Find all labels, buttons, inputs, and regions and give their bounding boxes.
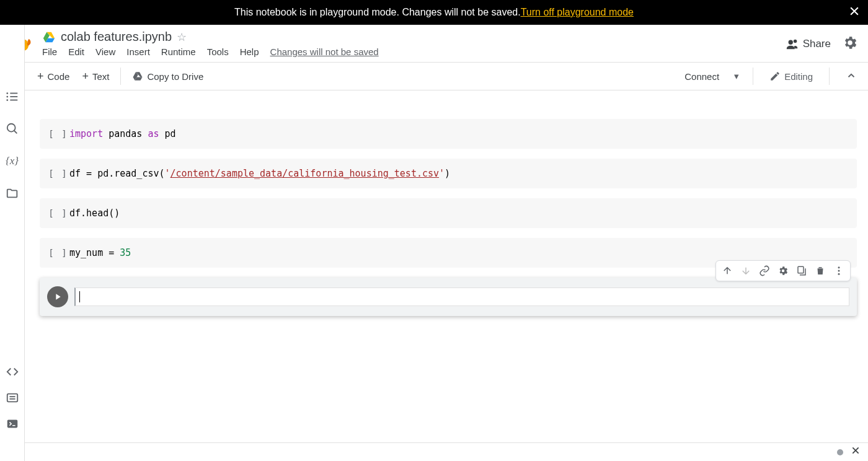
svg-point-23 [838,266,840,268]
more-icon[interactable] [830,262,848,279]
playground-banner: This notebook is in playground mode. Cha… [0,0,868,25]
menu-edit[interactable]: Edit [68,46,84,57]
terminal-icon[interactable] [5,416,20,431]
svg-point-16 [7,124,15,132]
svg-rect-22 [798,266,804,273]
svg-point-24 [838,270,840,272]
connect-dropdown-icon[interactable]: ▾ [730,71,743,82]
notebook-title[interactable]: colab features.ipynb [61,30,172,44]
toc-icon[interactable] [5,89,20,104]
mirror-cell-icon[interactable] [793,262,810,279]
menu-insert[interactable]: Insert [126,46,150,57]
header: colab features.ipynb ☆ File Edit View In… [0,25,868,57]
code-content: df.head() [69,208,120,219]
cell-toolbar [715,260,851,281]
left-rail: {x} [0,25,25,461]
exec-indicator: [ ] [47,248,69,258]
svg-line-17 [14,131,17,134]
footer-close-icon[interactable] [851,446,861,459]
menu-bar: File Edit View Insert Runtime Tools Help… [42,46,786,57]
close-banner-button[interactable] [848,5,861,19]
menu-view[interactable]: View [95,46,115,57]
files-icon[interactable] [5,186,20,201]
delete-cell-icon[interactable] [812,262,829,279]
svg-point-5 [788,40,792,44]
code-content: import pandas as pd [69,128,176,139]
star-icon[interactable]: ☆ [177,30,187,44]
command-palette-icon[interactable] [5,390,20,405]
turn-off-playground-link[interactable]: Turn off playground mode [521,7,634,18]
svg-rect-18 [7,394,17,402]
run-cell-button[interactable] [47,286,68,307]
exec-indicator: [ ] [47,208,69,218]
settings-icon[interactable] [842,35,858,53]
move-up-icon[interactable] [719,262,736,279]
drive-icon [42,30,56,44]
code-input[interactable] [74,288,849,306]
add-code-button[interactable]: +Code [31,66,76,87]
status-dot [837,449,843,455]
menu-file[interactable]: File [42,46,57,57]
add-text-button[interactable]: +Text [76,66,115,87]
menu-help[interactable]: Help [240,46,259,57]
toolbar: +Code +Text Copy to Drive Connect ▾ Edit… [0,62,868,90]
share-button[interactable]: Share [786,37,831,51]
notebook-main: [ ]import pandas as pd[ ]df = pd.read_cs… [25,100,868,442]
code-content: df = pd.read_csv('/content/sample_data/c… [69,168,450,179]
variables-icon[interactable]: {x} [5,154,20,169]
svg-rect-21 [7,420,17,428]
svg-point-6 [793,39,797,42]
exec-indicator: [ ] [47,169,69,178]
code-content: my_num = 35 [69,247,131,258]
unsaved-changes-link[interactable]: Changes will not be saved [270,46,379,57]
footer [25,442,868,461]
editing-mode-button[interactable]: Editing [763,67,819,86]
code-cell-active[interactable] [40,278,857,316]
copy-to-drive-button[interactable]: Copy to Drive [126,67,210,86]
connect-button[interactable]: Connect [678,68,725,86]
link-icon[interactable] [756,262,773,279]
menu-runtime[interactable]: Runtime [161,46,196,57]
menu-tools[interactable]: Tools [207,46,229,57]
code-cell[interactable]: [ ]df.head() [40,198,857,228]
toolbar-separator [120,68,121,85]
search-icon[interactable] [5,121,20,136]
svg-point-25 [838,273,840,275]
exec-indicator: [ ] [47,129,69,139]
code-cell[interactable]: [ ]df = pd.read_csv('/content/sample_dat… [40,159,857,188]
code-snippets-icon[interactable] [5,364,20,379]
banner-text: This notebook is in playground mode. Cha… [234,7,521,18]
code-cell[interactable]: [ ]import pandas as pd [40,119,857,149]
cell-settings-icon[interactable] [774,262,792,279]
move-down-icon [737,262,755,279]
collapse-header-button[interactable] [839,66,863,87]
